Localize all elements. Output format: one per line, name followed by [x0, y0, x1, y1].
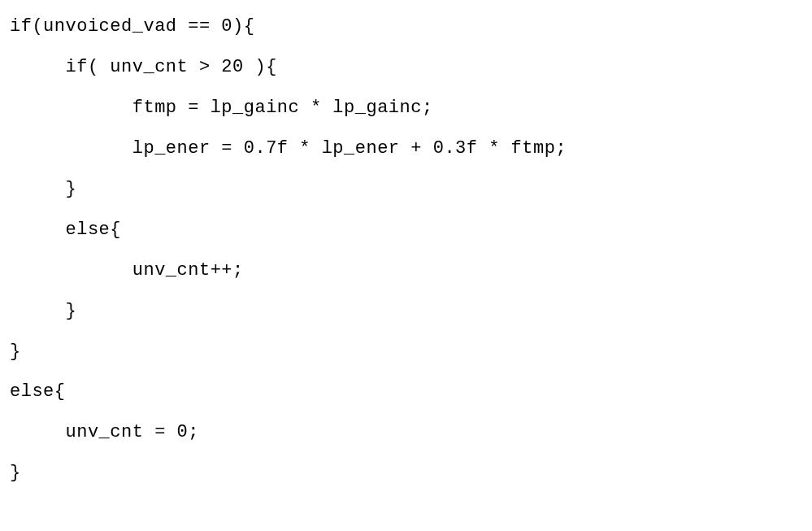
code-line: }	[10, 301, 76, 321]
code-line: else{	[10, 220, 121, 240]
code-line: }	[10, 342, 21, 362]
code-line: if( unv_cnt > 20 ){	[10, 57, 277, 77]
code-line: else{	[10, 381, 66, 402]
code-line: ftmp = lp_gainc * lp_gainc;	[10, 98, 433, 118]
code-line: lp_ener = 0.7f * lp_ener + 0.3f * ftmp;	[10, 138, 567, 159]
code-line: }	[10, 179, 76, 199]
code-line: }	[10, 463, 21, 483]
code-line: unv_cnt++;	[10, 260, 244, 281]
code-block: if(unvoiced_vad == 0){ if( unv_cnt > 20 …	[0, 0, 812, 500]
code-line: unv_cnt = 0;	[10, 422, 199, 442]
code-line: if(unvoiced_vad == 0){	[10, 16, 254, 37]
